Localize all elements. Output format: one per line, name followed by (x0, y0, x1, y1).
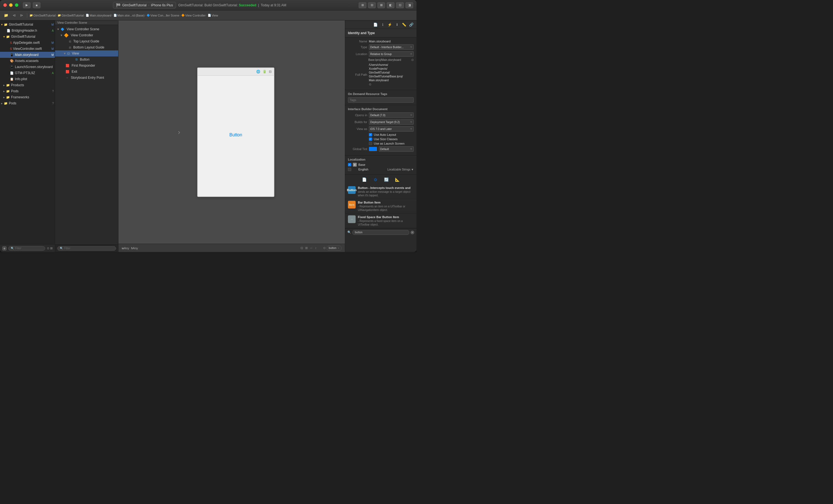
inspector-tab-quick[interactable]: ⚡ (387, 22, 393, 27)
editor-standard-button[interactable]: ⊞ (359, 2, 366, 8)
obj-lib-tab-refresh[interactable]: 🔄 (383, 176, 390, 183)
breadcrumb: 📁 GtmSwiftTutorial › 📁 GtmSwiftTutorial … (29, 14, 414, 17)
nav-forward-button[interactable]: ⊳ (19, 12, 25, 19)
nav-filter-options[interactable]: ⊙ ⊠ (47, 246, 53, 250)
canvas-search-clear[interactable]: ✕ (337, 247, 340, 249)
breadcrumb-item-4[interactable]: 🔷 View Con...ller Scene (146, 14, 179, 17)
maximize-button[interactable] (15, 3, 19, 7)
inspector-search-clear[interactable]: ✕ (410, 231, 414, 234)
close-button[interactable] (3, 3, 7, 7)
canvas-icon-1[interactable]: ⊡ (301, 246, 303, 250)
launchscreen-checkbox[interactable] (369, 142, 372, 145)
loc-english-type[interactable]: Localizable Strings ▼ (387, 168, 414, 171)
outline-filter-label: Filter (64, 247, 70, 250)
nav-badge-m3: M (51, 47, 54, 50)
opensin-select[interactable]: Default (7.0) ▼ (369, 112, 414, 118)
breadcrumb-item-0[interactable]: 📁 GtmSwiftTutorial (29, 14, 56, 17)
outline-item-entry[interactable]: → Storyboard Entry Point (55, 75, 118, 81)
nav-item-main-storyboard[interactable]: 📱 Main.storyboard M (0, 52, 55, 58)
outline-item-top-layout[interactable]: ⊟ Top Layout Guide (55, 38, 118, 44)
loc-base-checkbox[interactable]: ✓ (348, 163, 351, 166)
outline-item-button[interactable]: B Button (55, 56, 118, 63)
editor-version-button[interactable]: ⊠ (377, 2, 385, 8)
inspector-tab-download[interactable]: ⬇ (394, 22, 400, 27)
tint-value: Default (380, 148, 389, 151)
canvas-content[interactable]: › 🌐 🔋 ⊟ Button (118, 20, 345, 244)
breadcrumb-item-6[interactable]: 📄 View (208, 14, 218, 17)
nav-item-gtm-root[interactable]: ▾ 📁 GtmSwiftTutorial M (0, 22, 55, 27)
nav-item-launchscreen[interactable]: 📱 LaunchScreen.storyboard (0, 64, 55, 70)
canvas-search-input[interactable]: button ✕ (327, 246, 341, 250)
nav-item-assets[interactable]: 🎨 Assets.xcassets (0, 58, 55, 64)
bottom-panel-button[interactable]: ⊡ (396, 2, 404, 8)
outline-item-scene[interactable]: ▾ 🔷 View Controller Scene (55, 26, 118, 32)
breadcrumb-item-5[interactable]: 🔶 View Controller (181, 14, 206, 17)
canvas-icon-3[interactable]: ↔ (310, 246, 313, 250)
outline-item-exit[interactable]: 🟥 Exit (55, 69, 118, 75)
inspector-tab-info[interactable]: ℹ (380, 22, 386, 27)
tags-input[interactable] (348, 97, 414, 103)
autolayout-checkbox[interactable]: ✓ (369, 133, 372, 136)
inspector-location-select[interactable]: Relative to Group ▼ (369, 51, 414, 57)
loc-english-checkbox[interactable] (348, 168, 351, 171)
nav-add-button[interactable]: + (2, 246, 7, 250)
canvas-icon-4[interactable]: ↕ (315, 246, 317, 250)
viewas-select[interactable]: iOS 7.0 and Later ▼ (369, 126, 414, 131)
nav-item-gtm-file[interactable]: 📄 GTM-PT3L9Z A (0, 70, 55, 76)
nav-item-frameworks[interactable]: ▸ 📁 Frameworks (0, 94, 55, 100)
nav-item-viewcontroller[interactable]: S ViewController.swift M (0, 46, 55, 52)
obj-lib-tab-ruler[interactable]: 📐 (394, 176, 401, 183)
minimize-button[interactable] (9, 3, 13, 7)
outline-item-first-responder[interactable]: 🟥 First Responder (55, 63, 118, 69)
tint-swatch[interactable] (369, 147, 377, 151)
breadcrumb-item-3[interactable]: 📄 Main.stor...rd (Base) (114, 14, 145, 17)
inspector-tab-ruler[interactable]: 📏 (401, 22, 407, 27)
inspector-tab-file[interactable]: 📄 (373, 22, 379, 27)
breadcrumb-item-1[interactable]: 📁 GtmSwiftTutorial (57, 14, 84, 17)
obj-lib-tab-file[interactable]: 📄 (361, 176, 368, 183)
run-button[interactable]: ▶ (23, 2, 30, 8)
plist-icon: 📋 (10, 77, 14, 81)
folder-button[interactable]: 📁 (2, 12, 10, 19)
canvas-icon-2[interactable]: ⊞ (305, 246, 308, 250)
tint-select[interactable]: Default ▼ (379, 146, 414, 152)
left-panel-button[interactable]: ◧ (387, 2, 395, 8)
outline-filter-input[interactable]: 🔍 Filter (57, 246, 116, 250)
inspector-panel: 📄 ℹ ⚡ ⬇ 📏 🔗 Identity and Type Name Main.… (345, 20, 416, 252)
object-item-barbutton[interactable]: Item Bar Button Item - Represents an ite… (345, 199, 416, 214)
titlebar: ▶ ■ 🏁 GtmSwiftTutorial › iPhone 6s Plus … (0, 0, 416, 10)
editor-assistant-button[interactable]: ⊟ (368, 2, 376, 8)
nav-item-pods[interactable]: ▸ 📁 Pods ? (0, 88, 55, 94)
stop-button[interactable]: ■ (33, 2, 41, 8)
fixedspace-obj-desc: - Represents a fixed space item on a UIT… (358, 219, 414, 226)
breadcrumb-item-2[interactable]: 📄 Main.storyboard (86, 14, 111, 17)
outline-item-view[interactable]: ▾ ⊡ View (55, 50, 118, 56)
iphone-button[interactable]: Button (230, 133, 242, 138)
nav-item-bridging[interactable]: 📄 BridgingHeader.h A (0, 27, 55, 33)
outline-item-vc[interactable]: ▾ 🔶 View Controller (55, 32, 118, 38)
object-item-fixed-space[interactable]: ··· Fixed Space Bar Button Item - Repres… (345, 214, 416, 228)
outline-item-bottom-layout[interactable]: ⊟ Bottom Layout Guide (55, 44, 118, 50)
right-panel-button[interactable]: ◨ (405, 2, 413, 8)
inspector-search-input[interactable]: button (352, 230, 409, 235)
bottom-layout-icon: ⊟ (69, 46, 71, 49)
nav-item-pods-root[interactable]: ▸ 📁 Pods ? (0, 100, 55, 106)
sizeclasses-checkbox[interactable]: ✓ (369, 138, 372, 141)
buildsfor-select[interactable]: Deployment Target (9.2) ▼ (369, 119, 414, 125)
obj-lib-tab-circle[interactable]: ⊙ (372, 176, 379, 183)
scheme-selector[interactable]: 🏁 GtmSwiftTutorial › iPhone 6s Plus (113, 2, 176, 8)
inspector-type-select[interactable]: Default - Interface Builder... ▼ (369, 44, 414, 50)
iphone-frame: 🌐 🔋 ⊟ Button (197, 68, 275, 197)
inspector-tab-link[interactable]: 🔗 (408, 22, 414, 27)
nav-item-products[interactable]: ▸ 📁 Products (0, 82, 55, 88)
fixedspace-obj-icon: ··· (348, 215, 356, 223)
folder-expand-icon: ▾ (1, 23, 3, 26)
nav-item-infoplist[interactable]: 📋 Info.plist (0, 76, 55, 82)
outline-label-entry: Storyboard Entry Point (71, 76, 104, 79)
nav-item-gtm-group[interactable]: ▾ 📁 GtmSwiftTutorial (0, 33, 55, 40)
inspector-ondemand-section: On Demand Resource Tags (345, 90, 416, 105)
nav-item-appdelegate[interactable]: S AppDelegate.swift M (0, 40, 55, 46)
nav-back-button[interactable]: ⊲ (11, 12, 17, 19)
object-item-button[interactable]: Button Button - Intercepts touch events … (345, 185, 416, 199)
nav-filter-input[interactable]: 🔍 Filter (8, 246, 45, 250)
